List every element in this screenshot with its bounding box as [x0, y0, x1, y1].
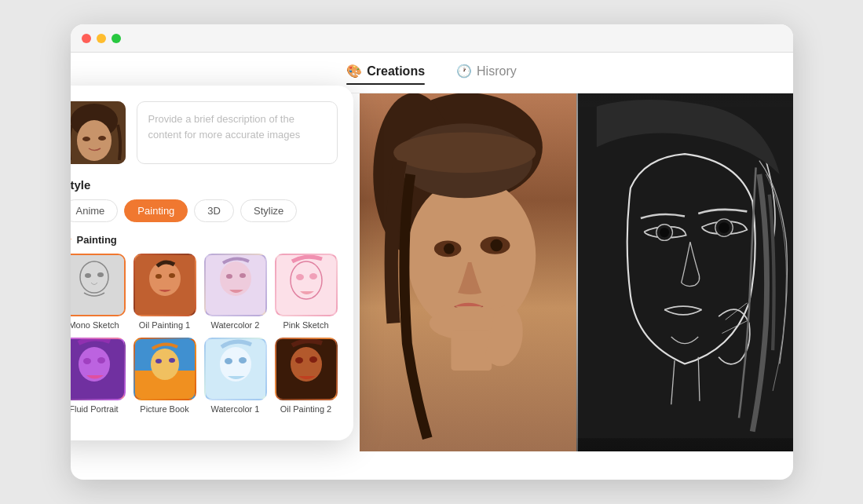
svg-point-7 [443, 243, 454, 254]
svg-point-27 [155, 274, 162, 279]
image-input-row: Provide a brief description of the conte… [71, 101, 338, 164]
style-label: Style [71, 178, 338, 192]
main-content: Provide a brief description of the conte… [71, 93, 793, 451]
svg-point-28 [169, 273, 175, 278]
svg-point-20 [98, 136, 106, 141]
close-button[interactable] [82, 34, 91, 43]
painting-subsection-label: ✦ Painting [71, 233, 338, 246]
svg-point-8 [490, 239, 503, 252]
window-content: 🎨 Creations 🕐 Hisrory [71, 53, 793, 480]
style-item-oil-painting-1[interactable]: Oil Painting 1 [133, 254, 196, 330]
svg-point-49 [239, 357, 247, 363]
svg-point-48 [225, 358, 232, 364]
style-name-pink-sketch: Pink Sketch [283, 320, 328, 330]
tab-creations[interactable]: 🎨 Creations [346, 64, 425, 82]
style-item-pink-sketch[interactable]: Pink Sketch [275, 254, 338, 330]
style-tabs: Anime Painting 3D Stylize [71, 199, 338, 222]
style-thumb-fluid-portrait [71, 338, 126, 400]
style-thumb-oil-painting-1 [133, 254, 196, 316]
tab-history[interactable]: 🕐 Hisrory [456, 64, 517, 82]
hero-photo [360, 93, 576, 451]
hero-sketch [576, 93, 793, 451]
creations-label: Creations [367, 64, 425, 79]
style-item-watercolor-1[interactable]: Watercolor 1 [204, 338, 267, 414]
style-thumb-watercolor-1 [204, 338, 267, 400]
style-thumb-watercolor-2 [204, 254, 267, 316]
svg-rect-33 [276, 255, 336, 315]
style-item-picture-book[interactable]: Picture Book [133, 338, 196, 414]
creations-icon: 🎨 [346, 64, 362, 79]
svg-point-35 [296, 274, 304, 280]
svg-point-24 [97, 272, 104, 277]
description-input[interactable]: Provide a brief description of the conte… [137, 101, 338, 164]
style-item-mono-sketch[interactable]: Mono Sketch [71, 254, 126, 330]
style-name-oil-painting-1: Oil Painting 1 [139, 320, 190, 330]
style-item-oil-painting-2[interactable]: Oil Painting 2 [275, 338, 338, 414]
style-name-picture-book: Picture Book [140, 404, 188, 414]
minimize-button[interactable] [97, 34, 106, 43]
svg-point-4 [393, 132, 536, 173]
svg-point-19 [82, 137, 90, 141]
style-section: Style Anime Painting 3D Stylize [71, 178, 338, 414]
hero-image [360, 93, 793, 451]
svg-point-23 [85, 273, 91, 278]
divider [576, 93, 578, 451]
history-icon: 🕐 [456, 64, 472, 79]
style-name-watercolor-2: Watercolor 2 [211, 320, 260, 330]
svg-point-43 [151, 349, 179, 380]
style-thumb-pink-sketch [275, 254, 338, 316]
style-name-mono-sketch: Mono Sketch [71, 320, 119, 330]
style-thumb-mono-sketch [71, 254, 126, 316]
svg-point-40 [97, 357, 105, 363]
svg-rect-10 [451, 330, 492, 371]
svg-point-36 [309, 273, 317, 279]
browser-window: 🎨 Creations 🕐 Hisrory [71, 24, 793, 480]
uploaded-thumbnail[interactable] [71, 101, 126, 164]
style-tab-stylize[interactable]: Stylize [240, 199, 297, 222]
history-label: Hisrory [477, 64, 517, 79]
svg-point-53 [309, 356, 317, 363]
style-thumb-picture-book [133, 338, 196, 400]
svg-point-52 [295, 357, 303, 363]
svg-point-15 [719, 222, 730, 233]
svg-point-13 [660, 228, 669, 237]
style-tab-painting[interactable]: Painting [124, 199, 188, 222]
style-item-watercolor-2[interactable]: Watercolor 2 [204, 254, 267, 330]
style-name-watercolor-1: Watercolor 1 [211, 404, 260, 414]
style-tab-3d[interactable]: 3D [194, 199, 234, 222]
style-name-oil-painting-2: Oil Painting 2 [280, 404, 331, 414]
svg-point-31 [226, 274, 232, 279]
thumbnail-image [71, 101, 126, 164]
title-bar [71, 24, 793, 53]
svg-point-45 [169, 358, 175, 363]
style-grid: Mono Sketch [71, 254, 338, 414]
svg-point-32 [240, 273, 246, 278]
maximize-button[interactable] [112, 34, 121, 43]
style-name-fluid-portrait: Fluid Portrait [71, 404, 119, 414]
floating-panel: Provide a brief description of the conte… [71, 86, 353, 440]
style-tab-anime[interactable]: Anime [71, 199, 119, 222]
svg-point-39 [83, 358, 91, 364]
style-item-fluid-portrait[interactable]: Fluid Portrait [71, 338, 126, 414]
svg-point-44 [155, 359, 162, 363]
spark-icon: ✦ [71, 233, 72, 246]
description-placeholder: Provide a brief description of the conte… [148, 113, 301, 141]
svg-point-18 [77, 120, 112, 161]
svg-rect-21 [71, 255, 124, 315]
style-thumb-oil-painting-2 [275, 338, 338, 400]
